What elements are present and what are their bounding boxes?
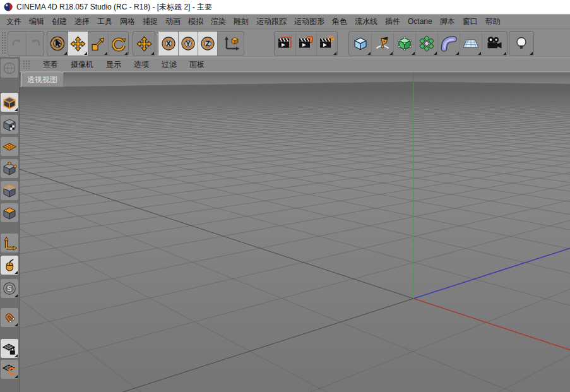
viewport-canvas[interactable] xyxy=(20,71,570,392)
deformer-icon xyxy=(441,35,457,52)
render-settings-icon xyxy=(319,35,335,52)
add-camera-button[interactable] xyxy=(482,32,507,56)
add-deformer-button[interactable] xyxy=(437,32,460,56)
viewport-label: 透视视图 xyxy=(21,73,64,87)
svg-text:X: X xyxy=(166,40,171,47)
menu-pipeline[interactable]: 流水线 xyxy=(355,16,377,27)
tool-flyout-indicator xyxy=(367,52,371,55)
model-mode-button[interactable] xyxy=(1,93,18,112)
menu-select[interactable]: 选择 xyxy=(74,16,90,27)
menu-snap[interactable]: 捕捉 xyxy=(143,16,158,27)
edit-render-settings-button[interactable] xyxy=(316,32,337,56)
live-selection-button[interactable] xyxy=(47,32,68,56)
window-title: CINEMA 4D R18.057 Studio (RC - R18) - [未… xyxy=(16,2,212,13)
coordinate-system-button[interactable] xyxy=(217,32,244,56)
menu-octane[interactable]: Octane xyxy=(408,17,432,26)
vmenu-filter[interactable]: 过滤 xyxy=(162,59,177,70)
menu-character[interactable]: 角色 xyxy=(332,16,347,27)
subdivision-surface-icon xyxy=(396,35,413,52)
toolbar-grip[interactable] xyxy=(1,32,6,54)
menu-mograph[interactable]: 运动图形 xyxy=(294,16,324,27)
scale-tool-icon xyxy=(90,36,106,52)
redo-button[interactable] xyxy=(26,32,44,56)
vmenu-panel[interactable]: 面板 xyxy=(189,59,205,70)
menu-tools[interactable]: 工具 xyxy=(97,16,112,27)
object-creation-group xyxy=(348,31,508,56)
lock-y-axis-button[interactable]: Y xyxy=(178,32,198,56)
tool-flyout-indicator xyxy=(333,52,336,55)
move-tool-icon xyxy=(136,36,152,52)
live-selection-icon xyxy=(49,35,66,52)
polygons-mode-icon xyxy=(2,205,17,220)
light-bulb-icon xyxy=(513,35,530,52)
render-picture-viewer-icon xyxy=(298,35,314,52)
menu-motion-tracker[interactable]: 运动跟踪 xyxy=(256,16,287,27)
undo-button[interactable] xyxy=(8,32,26,56)
scale-tool-button[interactable] xyxy=(88,32,108,56)
vmenu-options[interactable]: 选项 xyxy=(134,59,149,70)
vmenu-display[interactable]: 显示 xyxy=(106,59,121,70)
camera-icon xyxy=(485,35,504,52)
edges-mode-button[interactable] xyxy=(1,181,18,200)
menu-file[interactable]: 文件 xyxy=(6,16,21,27)
svg-text:Z: Z xyxy=(206,40,210,47)
menu-script[interactable]: 脚本 xyxy=(440,16,455,27)
menu-render[interactable]: 渲染 xyxy=(211,16,226,27)
menu-sculpt[interactable]: 雕刻 xyxy=(234,16,249,27)
enable-snap-button[interactable] xyxy=(1,308,18,327)
add-light-button[interactable] xyxy=(509,32,533,56)
vmenu-view[interactable]: 查看 xyxy=(43,59,58,70)
y-axis-icon: Y xyxy=(180,35,196,52)
draw-spline-button[interactable] xyxy=(371,32,393,56)
points-mode-icon xyxy=(2,161,17,176)
lock-workplane-button[interactable] xyxy=(1,339,18,358)
menu-animate[interactable]: 动画 xyxy=(165,16,181,27)
tool-flyout-indicator xyxy=(15,375,18,378)
points-mode-button[interactable] xyxy=(1,159,18,178)
menu-mesh[interactable]: 网格 xyxy=(120,16,135,27)
rotate-tool-button[interactable] xyxy=(108,32,128,56)
tool-flyout-indicator xyxy=(503,52,506,55)
mode-palette: S xyxy=(0,57,20,392)
soft-selection-button[interactable]: S xyxy=(1,279,18,298)
cube-icon xyxy=(352,35,369,52)
menu-simulate[interactable]: 模拟 xyxy=(188,16,203,27)
workplane-rotation-button[interactable] xyxy=(1,360,18,379)
viewport-tweak-mode-button[interactable] xyxy=(1,256,18,275)
menu-edit[interactable]: 编辑 xyxy=(29,16,44,27)
enable-axis-mode-button[interactable] xyxy=(1,234,18,252)
tool-flyout-indicator xyxy=(15,294,18,297)
tool-flyout-indicator xyxy=(15,271,18,274)
add-subdivision-surface-button[interactable] xyxy=(393,32,415,56)
move-tool-button[interactable] xyxy=(68,32,88,56)
lock-x-axis-button[interactable]: X xyxy=(158,32,178,56)
undo-icon xyxy=(10,37,24,50)
workplane-mode-button[interactable] xyxy=(1,137,18,156)
cinema4d-window: CINEMA 4D R18.057 Studio (RC - R18) - [未… xyxy=(0,0,570,392)
tool-flyout-indicator xyxy=(64,52,67,55)
add-environment-floor-button[interactable] xyxy=(460,32,482,56)
viewport-menu-grip[interactable] xyxy=(23,60,30,69)
menu-window[interactable]: 窗口 xyxy=(463,16,478,27)
lock-z-axis-button[interactable]: Z xyxy=(198,32,217,56)
menu-help[interactable]: 帮助 xyxy=(485,16,501,27)
add-mograph-object-button[interactable] xyxy=(415,32,437,56)
texture-mode-button[interactable] xyxy=(1,115,18,134)
render-view-button[interactable] xyxy=(275,32,295,56)
make-editable-icon xyxy=(2,61,17,76)
render-view-icon xyxy=(277,35,294,52)
last-used-tool-button[interactable] xyxy=(133,32,155,56)
render-to-picture-viewer-button[interactable] xyxy=(295,32,316,56)
texture-mode-icon xyxy=(2,117,17,132)
tool-flyout-indicator xyxy=(389,52,393,55)
add-cube-button[interactable] xyxy=(349,32,371,56)
vmenu-cameras[interactable]: 摄像机 xyxy=(71,59,93,70)
make-editable-button[interactable] xyxy=(1,59,18,78)
coordinate-system-icon xyxy=(222,35,240,52)
menu-create[interactable]: 创建 xyxy=(52,16,67,27)
menu-plugins[interactable]: 插件 xyxy=(385,16,400,27)
transform-tools-group xyxy=(47,31,129,56)
axis-mode-icon xyxy=(2,235,17,251)
viewport-menu-bar: 查看 摄像机 显示 选项 过滤 面板 xyxy=(20,57,570,71)
polygons-mode-button[interactable] xyxy=(1,203,18,222)
